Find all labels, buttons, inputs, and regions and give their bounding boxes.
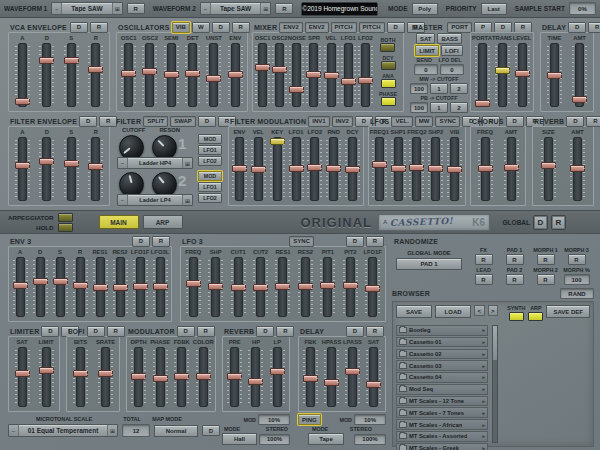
d-button[interactable]: D (346, 236, 364, 247)
next-button[interactable]: > (488, 305, 499, 316)
sample-start-value[interactable]: 0% (569, 2, 596, 15)
slider-handle[interactable] (343, 282, 358, 289)
slider-track[interactable] (327, 43, 336, 107)
arpeggiator-led[interactable] (58, 213, 73, 222)
global-mode-select[interactable]: PAD 1 (396, 258, 462, 270)
map-mode-select[interactable]: Normal (154, 425, 198, 437)
slider-track[interactable] (156, 257, 165, 317)
preset-folder-item[interactable]: MT Scales - Assorted▸ (396, 431, 488, 442)
ana-led[interactable] (381, 79, 396, 88)
slider-track[interactable] (91, 43, 100, 107)
morph-2-random-button[interactable]: R (537, 274, 555, 285)
save-default-button[interactable]: SAVE DEF (546, 305, 590, 318)
preset-folder-item[interactable]: Mod Seq▸ (396, 384, 488, 395)
both-led[interactable] (380, 43, 395, 52)
pitch-button[interactable]: PITCH (331, 22, 357, 33)
map-default-button[interactable]: D (202, 425, 220, 436)
r-button[interactable]: R (152, 236, 170, 247)
slider-track[interactable] (116, 257, 125, 317)
slider-handle[interactable] (306, 71, 321, 78)
r-button[interactable]: R (107, 326, 125, 337)
slider-handle[interactable] (324, 72, 339, 79)
slider-handle[interactable] (409, 164, 424, 171)
lead-random-button[interactable]: R (475, 274, 493, 285)
mod-value[interactable]: 10% (258, 414, 290, 425)
slider-track[interactable] (56, 257, 65, 317)
d-button[interactable]: D (79, 116, 97, 127)
2-button[interactable]: 2 (450, 102, 468, 113)
mw-amount-value[interactable]: 100 (410, 83, 428, 94)
slider-track[interactable] (518, 43, 527, 107)
r-button[interactable]: R (232, 22, 250, 33)
slider-track[interactable] (573, 137, 582, 201)
slider-track[interactable] (292, 137, 301, 201)
port-button[interactable]: PORT (447, 22, 472, 33)
morph-3-random-button[interactable]: R (568, 254, 586, 265)
pad-2-random-button[interactable]: R (506, 274, 524, 285)
slider-handle[interactable] (15, 98, 30, 105)
2-button[interactable]: 2 (450, 83, 468, 94)
slider-handle[interactable] (164, 71, 179, 78)
bend-value[interactable]: 0 (414, 64, 438, 75)
ping-button[interactable]: PING (298, 414, 321, 425)
slider-handle[interactable] (475, 100, 490, 107)
slider-handle[interactable] (298, 283, 313, 290)
slider-handle[interactable] (345, 166, 360, 173)
d-button[interactable]: D (256, 326, 274, 337)
slider-track[interactable] (306, 347, 315, 407)
slider-track[interactable] (346, 257, 355, 317)
slider-handle[interactable] (73, 370, 88, 377)
slider-track[interactable] (188, 43, 197, 107)
slider-handle[interactable] (255, 64, 270, 71)
slider-track[interactable] (136, 257, 145, 317)
synth-led[interactable] (509, 312, 524, 321)
slider-track[interactable] (344, 43, 353, 107)
d-button[interactable]: D (212, 22, 230, 33)
slider-track[interactable] (394, 137, 403, 201)
preset-folder-item[interactable]: MT Scales - African▸ (396, 419, 488, 430)
slider-track[interactable] (76, 347, 85, 407)
browse-grid-icon[interactable]: ⊞ (182, 158, 192, 168)
slider-handle[interactable] (88, 163, 103, 170)
w-button[interactable]: W (192, 22, 210, 33)
slider-handle[interactable] (133, 283, 148, 290)
slider-handle[interactable] (303, 375, 318, 382)
slider-track[interactable] (42, 43, 51, 107)
slider-track[interactable] (177, 347, 186, 407)
slider-handle[interactable] (478, 165, 493, 172)
stereo-value[interactable]: 100% (259, 434, 290, 445)
slider-track[interactable] (310, 137, 319, 201)
global-random-button[interactable]: R (551, 215, 566, 230)
mod-value[interactable]: 10% (354, 414, 386, 425)
preset-folder-item[interactable]: Cassetto 03▸ (396, 360, 488, 371)
vel-button[interactable]: VEL. (391, 116, 412, 127)
preset-folder-item[interactable]: MT Scales - Greek▸ (396, 443, 488, 450)
slider-handle[interactable] (113, 284, 128, 291)
phase-led[interactable] (381, 97, 396, 106)
preset-folder-item[interactable]: MT Scales - 12 Tone▸ (396, 396, 488, 407)
slider-handle[interactable] (341, 78, 356, 85)
global-default-button[interactable]: D (533, 215, 548, 230)
slider-track[interactable] (431, 137, 440, 201)
pad-1-random-button[interactable]: R (506, 254, 524, 265)
slider-handle[interactable] (251, 166, 266, 173)
preset-folder-item[interactable]: MT Scales - 7 Tones▸ (396, 407, 488, 418)
slider-handle[interactable] (153, 375, 168, 382)
lfo1-button[interactable]: LFO1 (198, 182, 222, 192)
slider-track[interactable] (235, 137, 244, 201)
slider-handle[interactable] (253, 284, 268, 291)
pb-amount-value[interactable]: 100 (410, 102, 428, 113)
env2-button[interactable]: ENV2 (305, 22, 329, 33)
slider-track[interactable] (211, 257, 220, 317)
slider-handle[interactable] (39, 367, 54, 374)
tab-main[interactable]: MAIN (99, 215, 139, 229)
morph-1-random-button[interactable]: R (537, 254, 555, 265)
slider-track[interactable] (256, 257, 265, 317)
slider-handle[interactable] (231, 284, 246, 291)
slider-track[interactable] (209, 43, 218, 107)
mw-button[interactable]: MW (415, 116, 434, 127)
mod-button[interactable]: MOD (198, 171, 222, 181)
slider-handle[interactable] (307, 164, 322, 171)
slider-handle[interactable] (186, 280, 201, 287)
sync-button[interactable]: SYNC (435, 116, 460, 127)
